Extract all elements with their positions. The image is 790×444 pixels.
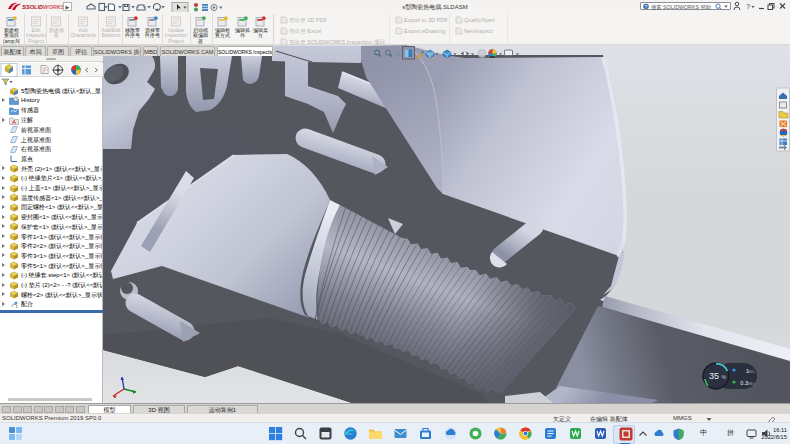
svg-text:%: %: [722, 374, 727, 380]
svg-text:A: A: [12, 119, 16, 125]
svg-text:搜索 SOLIDWORKS 帮助: 搜索 SOLIDWORKS 帮助: [651, 4, 711, 11]
svg-text:KB/s: KB/s: [747, 370, 755, 374]
svg-text:SSOLIDWORKS: SSOLIDWORKS: [22, 4, 65, 10]
svg-text:35: 35: [709, 371, 719, 381]
svg-text:?: ?: [645, 4, 648, 10]
svg-text:?: ?: [746, 2, 750, 11]
svg-text:MB/s: MB/s: [747, 382, 755, 386]
